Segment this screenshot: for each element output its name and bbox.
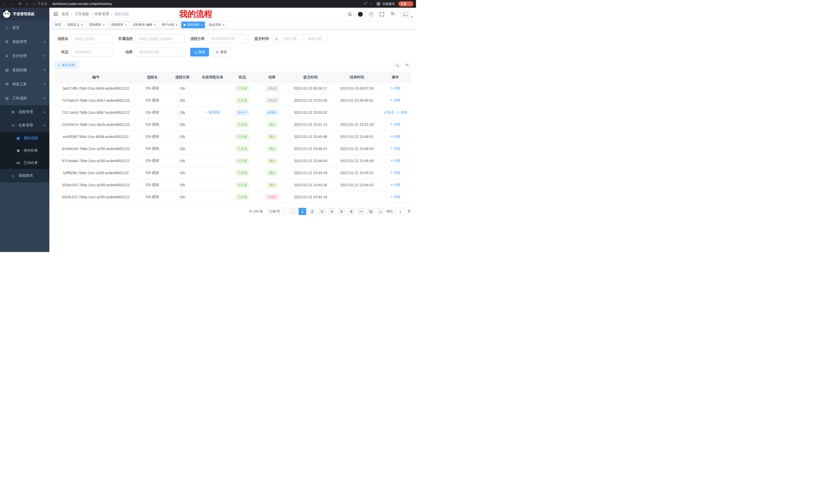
detail-link[interactable]: ✎详情: [390, 98, 400, 103]
toggle-search-button[interactable]: [393, 61, 400, 68]
sidebar-item-devtools[interactable]: ⚒研发工具▾: [0, 77, 49, 91]
category-select[interactable]: 请选择流程分类 ▾: [208, 34, 249, 43]
detail-link[interactable]: ✎详情: [390, 195, 400, 199]
update-button[interactable]: 更新 ⋮: [398, 1, 413, 6]
detail-link[interactable]: ✎详情: [390, 122, 400, 127]
pager-page-6[interactable]: 6: [347, 208, 355, 215]
github-icon[interactable]: [357, 11, 364, 18]
detail-link[interactable]: ✎详情: [390, 159, 400, 163]
search-icon[interactable]: [346, 11, 353, 18]
back-icon[interactable]: ←: [3, 2, 6, 6]
result-select[interactable]: 请选择流结果 ▾: [136, 48, 185, 57]
process-name-input[interactable]: [72, 34, 113, 43]
detail-link[interactable]: ✎详情: [390, 183, 400, 187]
incognito-label: 无痕模式: [382, 2, 395, 6]
url-text[interactable]: dashboard.yudao.iocoder.cn/bpm/task/my: [52, 2, 111, 6]
close-icon[interactable]: ×: [125, 23, 127, 26]
create-process-button[interactable]: + 发起流程: [54, 61, 78, 69]
page-size-select[interactable]: 10条/页 ▾: [267, 208, 287, 215]
hamburger-icon[interactable]: [49, 8, 62, 21]
tab-user-group[interactable]: 用户分组×: [159, 22, 180, 28]
cell-end-time: 2022-01-23 00:07:03: [334, 82, 380, 94]
close-icon[interactable]: ×: [154, 23, 156, 26]
address-bar[interactable]: ⚠ 不安全 | dashboard.yudao.iocoder.cn/bpm/t…: [33, 2, 362, 6]
breadcrumb-item[interactable]: 任务管理: [95, 12, 109, 17]
next-page-button[interactable]: ›: [377, 208, 384, 215]
prev-page-button[interactable]: ‹: [289, 208, 296, 215]
search-button[interactable]: 搜索: [190, 48, 209, 57]
sidebar-item-todo-tasks[interactable]: ◉待办任务: [0, 144, 49, 157]
filter-label-process: 所属流程: [118, 36, 133, 41]
browser-home-icon[interactable]: ⌂: [26, 2, 28, 6]
reset-button[interactable]: ↻ 重置: [212, 48, 231, 57]
action-label: 详情: [394, 159, 400, 163]
sidebar-item-process-mgmt[interactable]: ≣流程管理▾: [0, 105, 49, 119]
sidebar-item-payment[interactable]: ¥支付管理▾: [0, 49, 49, 63]
app-logo[interactable]: 芋道管理系统: [0, 8, 49, 21]
pagination: 共 104 条 10条/页 ▾ ‹ 123456•••11 › 前往 页: [54, 208, 411, 215]
tab-process-form[interactable]: 流程表单×: [108, 22, 129, 28]
pager-page-4[interactable]: 4: [328, 208, 336, 215]
sidebar-item-workflow[interactable]: ⊞工作流程▾: [0, 91, 49, 105]
breadcrumb-item[interactable]: 首页: [62, 12, 69, 17]
tab-my-process[interactable]: 我的流程×: [181, 22, 205, 28]
sidebar-item-leave-query[interactable]: ☺请假查询: [0, 169, 49, 183]
tab-process-form-edit[interactable]: 流程表单-编辑×: [130, 22, 158, 28]
detail-link[interactable]: ✎详情: [390, 134, 400, 139]
close-icon[interactable]: ×: [223, 23, 225, 26]
detail-link[interactable]: ✎详情: [390, 171, 400, 175]
browser-chrome: ← → ↻ ⌂ ⚠ 不安全 | dashboard.yudao.iocoder.…: [0, 0, 416, 8]
sidebar-item-home[interactable]: ⌂首页: [0, 21, 49, 35]
detail-link[interactable]: ✎详情: [390, 146, 400, 151]
range-separator: -: [302, 37, 303, 41]
refresh-list-button[interactable]: ↻: [404, 61, 411, 68]
close-icon[interactable]: ×: [81, 23, 83, 26]
fullscreen-icon[interactable]: [379, 11, 385, 18]
close-icon[interactable]: ×: [176, 23, 177, 26]
menu-dots-icon[interactable]: ⋮: [408, 2, 411, 6]
pager-page-1[interactable]: 1: [298, 208, 306, 215]
task-link[interactable]: 一级审批: [205, 110, 220, 114]
cell-submit-time: 2022-01-22 23:53:32: [287, 107, 334, 119]
sidebar-item-system[interactable]: ⚙系统管理▾: [0, 35, 49, 49]
bookmark-star-icon[interactable]: ☆: [369, 2, 372, 6]
tab-home[interactable]: 首页: [52, 22, 63, 28]
cell-id: 331bc281-7b9a-11ec-a290-acde48001122: [54, 179, 137, 191]
filter-row-1: 流程名 所属流程 流程分类 请选择流程分类 ▾ 提交时间: [54, 34, 411, 43]
pager-page-5[interactable]: 5: [338, 208, 345, 215]
pager-page-3[interactable]: 3: [318, 208, 326, 215]
pager-page-2[interactable]: 2: [308, 208, 316, 215]
pager-page-11[interactable]: 11: [367, 208, 374, 215]
close-icon[interactable]: ×: [103, 23, 105, 26]
reload-icon[interactable]: ↻: [19, 2, 22, 6]
forward-icon[interactable]: →: [10, 2, 15, 6]
breadcrumb-item[interactable]: 工作流程: [75, 12, 89, 17]
tab-process-model[interactable]: 流程模型×: [87, 22, 107, 28]
cell-id: 3ad174fb-7b9d-11ec-8404-acde48001122: [54, 82, 137, 94]
pager-more[interactable]: •••: [357, 208, 365, 215]
goto-page-input[interactable]: [395, 208, 406, 215]
help-icon[interactable]: ?: [368, 11, 374, 18]
action-label: 详情: [394, 122, 400, 127]
tab-start-process[interactable]: 发起流程×: [206, 22, 227, 28]
process-id-input[interactable]: [136, 34, 185, 43]
font-size-icon[interactable]: TT: [390, 11, 396, 18]
cell-status: 已完成: [228, 143, 257, 155]
result-tag: 处理中: [265, 109, 279, 116]
user-avatar[interactable]: ▾: [400, 9, 412, 19]
status-tag: 已完成: [235, 194, 249, 200]
close-icon[interactable]: ×: [201, 23, 203, 26]
sidebar-item-task-mgmt[interactable]: ≔任务管理▾: [0, 119, 49, 132]
tab-process-definition[interactable]: 流程定义×: [65, 22, 85, 28]
detail-link[interactable]: ✎详情: [397, 110, 407, 115]
sidebar-item-done-tasks[interactable]: ⋈已办任务: [0, 157, 49, 169]
key-icon[interactable]: [364, 2, 366, 5]
sidebar-item-my-process[interactable]: ▣我的流程: [0, 132, 49, 144]
filter-group-name: 流程名: [54, 34, 113, 43]
cancel-link[interactable]: ⊘取消: [384, 110, 394, 115]
status-select[interactable]: 请选择状态 ▾: [72, 48, 113, 57]
sidebar-item-infrastructure[interactable]: ▤基础设施▾: [0, 63, 49, 77]
submit-time-range[interactable]: ▦ 开始日期 - 结束日期: [272, 34, 328, 43]
security-label[interactable]: 不安全: [37, 2, 47, 6]
detail-link[interactable]: ✎详情: [390, 86, 400, 91]
